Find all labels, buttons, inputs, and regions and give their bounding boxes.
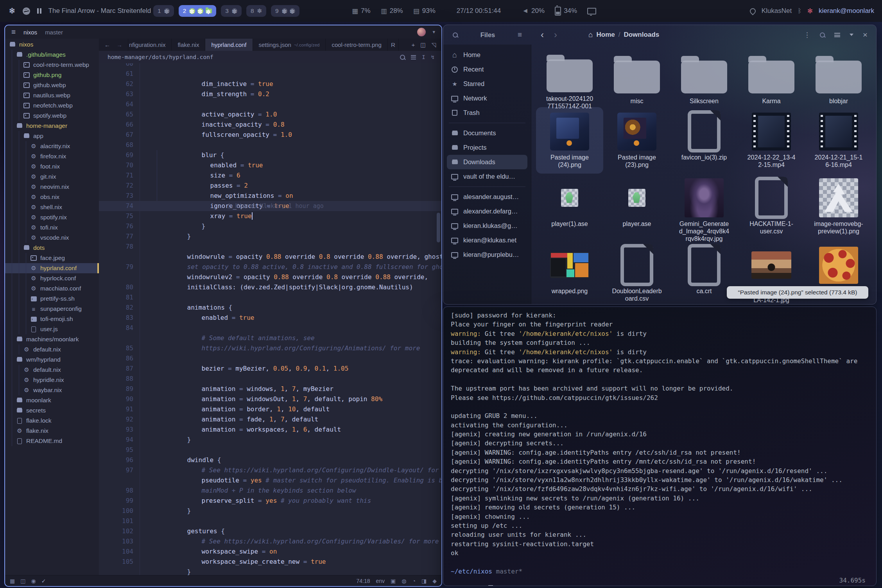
env-indicator[interactable]: env <box>376 578 385 584</box>
ibeam-icon[interactable]: I <box>422 54 425 60</box>
sidebar-item[interactable]: kieran@klukas.net <box>447 233 527 247</box>
tree-item[interactable]: github.png <box>5 70 99 80</box>
sidebar-item[interactable]: Projects <box>447 140 527 155</box>
tree-item[interactable]: dots <box>5 243 99 253</box>
file-item[interactable]: image-removebg- preview(1).png <box>805 174 872 241</box>
nav-back-icon[interactable]: ← <box>104 41 110 48</box>
tree-item[interactable]: shell.nix <box>5 202 99 212</box>
file-item[interactable]: Silkscreen <box>670 52 738 107</box>
close-icon[interactable]: × <box>863 30 868 39</box>
path-bar[interactable]: ⌂ Home / Downloads <box>588 30 659 39</box>
code-editor[interactable]: 60 61 dim_inactive = true 62 dim_strengt… <box>99 63 441 575</box>
file-item[interactable]: Karma <box>738 52 805 107</box>
workspace-pill[interactable]: 1 ✽ <box>153 5 174 17</box>
search-icon[interactable] <box>453 32 458 38</box>
pause-icon[interactable] <box>37 8 41 14</box>
files-headerbar[interactable]: Files ≡ ‹ › ⌂ Home / Downloads ⋮ × <box>443 25 876 45</box>
tree-item[interactable]: macchiato.conf <box>5 283 99 294</box>
sidebar-item[interactable]: alesander.august… <box>447 190 527 204</box>
sidebar-item[interactable]: alexander.defarg… <box>447 204 527 219</box>
tree-item[interactable]: machines/moonlark <box>5 334 99 344</box>
nixos-menu-icon[interactable]: ❄ <box>9 6 16 16</box>
view-list-icon[interactable] <box>834 33 840 37</box>
tree-item[interactable]: vscode.nix <box>5 233 99 243</box>
editor-tab[interactable]: hyprland.conf <box>205 39 253 51</box>
file-item[interactable]: misc <box>603 52 670 107</box>
editor-tab[interactable]: settings.json ~/.config/zed <box>253 39 326 51</box>
tree-item[interactable]: user.js <box>5 324 99 334</box>
crumb-current[interactable]: Downloads <box>624 31 659 39</box>
file-item[interactable]: DoubloonLeaderb oard.csv <box>603 241 670 304</box>
tree-item[interactable]: alacritty.nix <box>5 141 99 151</box>
git-branch[interactable]: master <box>45 29 63 36</box>
file-item[interactable]: Pasted image (23).png <box>603 107 670 174</box>
crumb-home[interactable]: Home <box>596 31 615 39</box>
sidebar-item[interactable]: Documents <box>447 126 527 140</box>
view-options-chevron-icon[interactable] <box>850 34 853 36</box>
file-item[interactable]: player(1).ase <box>536 174 603 241</box>
sidebar-item[interactable]: Trash <box>447 106 527 120</box>
avatar[interactable] <box>417 28 426 36</box>
project-panel-toggle-icon[interactable]: ▦ <box>10 578 15 584</box>
sidebar-item[interactable]: Network <box>447 91 527 106</box>
file-item[interactable]: wrapped.png <box>536 241 603 304</box>
now-playing[interactable]: The Final Arrow - Marc Streitenfeld <box>48 7 151 15</box>
menu-icon[interactable]: ≡ <box>11 28 16 36</box>
tree-item[interactable]: github.webp <box>5 80 99 90</box>
cursor-position[interactable]: 74:18 <box>356 578 370 584</box>
tree-item[interactable]: face.jpeg <box>5 253 99 263</box>
sidebar-item[interactable] <box>449 123 525 123</box>
volume-stat[interactable]: ◄20% <box>522 7 545 15</box>
file-item[interactable]: HACKATIME-1- user.csv <box>738 174 805 241</box>
tree-item[interactable]: sunpaperconfig <box>5 304 99 314</box>
sidebar-item[interactable]: kieran.klukas@g… <box>447 219 527 233</box>
screen-icon[interactable] <box>587 8 596 14</box>
tree-item[interactable]: hyprlock.conf <box>5 273 99 283</box>
terminal-window[interactable]: [sudo] password for kierank:Place your f… <box>443 307 877 586</box>
tree-item[interactable]: hyprland.conf <box>5 263 99 273</box>
sidebar-item[interactable] <box>449 186 525 187</box>
plug-icon[interactable]: ◆ <box>432 578 437 584</box>
tree-item[interactable]: .github/images <box>5 50 99 60</box>
tree-item[interactable]: moonlark <box>5 395 99 405</box>
tree-item[interactable]: tofi-emoji.sh <box>5 314 99 324</box>
tree-item[interactable]: wm/hyprland <box>5 355 99 365</box>
tree-item[interactable]: app <box>5 131 99 141</box>
tree-item[interactable]: prettify-ss.sh <box>5 294 99 304</box>
workspace-pill[interactable]: 8 ✽ <box>246 5 266 17</box>
zed-titlebar[interactable]: ≡ nixos master ▾ <box>5 25 441 39</box>
collab-icon[interactable]: ◉ <box>31 578 36 584</box>
file-item[interactable]: Gemini_Generate d_Image_4rqv8k4 rqv8k4rq… <box>670 174 738 241</box>
tree-item[interactable]: neovim.nix <box>5 182 99 192</box>
workspace-pill[interactable]: 3 ✽ <box>221 5 242 17</box>
inline-assist-icon[interactable]: ↯ <box>431 54 434 60</box>
menu-icon[interactable]: ≡ <box>518 30 522 39</box>
chevron-down-icon[interactable]: ▾ <box>432 29 435 35</box>
tree-item[interactable]: default.nix <box>5 365 99 375</box>
file-item[interactable]: takeout-2024120 7T155714Z-001 <box>536 52 603 107</box>
forward-icon[interactable]: › <box>554 29 557 40</box>
tree-item[interactable]: tofi.nix <box>5 222 99 233</box>
file-item[interactable]: 2024-12-22_13-4 2-15.mp4 <box>738 107 805 174</box>
tree-item[interactable]: spotify.webp <box>5 111 99 121</box>
tree-item[interactable]: spotify.nix <box>5 212 99 222</box>
assistant-icon[interactable]: ◔ <box>412 578 416 584</box>
breadcrumb[interactable]: home-manager/dots/hyprland.conf <box>99 54 213 60</box>
tree-item[interactable]: home-manager <box>5 121 99 131</box>
tree-item[interactable]: hypridle.nix <box>5 375 99 385</box>
editor-tab[interactable]: R <box>388 39 399 51</box>
nav-forward-icon[interactable]: → <box>117 41 122 48</box>
file-item[interactable]: Pasted image (24).png <box>536 107 603 174</box>
terminal-prompt[interactable]: ❯ 34.695s <box>451 576 876 585</box>
kebab-menu-icon[interactable]: ⋮ <box>804 31 810 39</box>
editor-tab[interactable]: nfiguration.nix <box>128 39 172 51</box>
tree-item[interactable]: nautilus.webp <box>5 90 99 100</box>
editor-tab[interactable]: cool-retro-term.png <box>326 39 388 51</box>
split-pane-icon[interactable]: ◫ <box>420 41 426 48</box>
sidebar-item[interactable]: Starred <box>447 77 527 91</box>
file-item[interactable]: favicon_io(3).zip <box>670 107 738 174</box>
tree-item[interactable]: git.nix <box>5 172 99 182</box>
zoom-pane-icon[interactable]: ◹ <box>431 41 436 48</box>
tree-item[interactable]: flake.lock <box>5 416 99 426</box>
workspace-pill[interactable]: 9 ✽✽ <box>271 5 299 17</box>
